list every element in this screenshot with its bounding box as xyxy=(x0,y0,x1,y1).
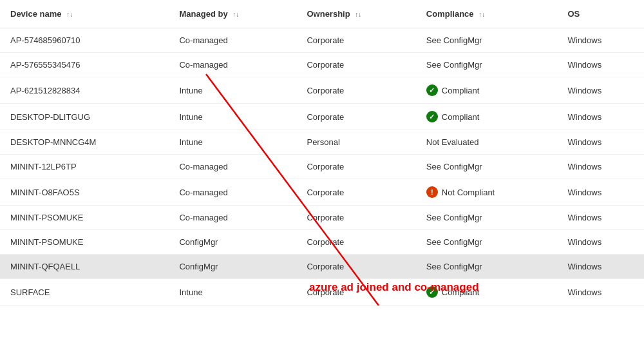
cell-ownership: Personal xyxy=(296,130,415,155)
device-list-container: Device name ↑↓ Managed by ↑↓ Ownership ↑… xyxy=(0,0,644,306)
cell-managed-by: Co-managed xyxy=(169,53,296,77)
cell-compliance: See ConfigMgr xyxy=(416,53,558,77)
cell-ownership: Corporate xyxy=(296,53,415,77)
cell-managed-by: Co-managed xyxy=(169,206,296,230)
table-row[interactable]: MININT-PSOMUKECo-managedCorporateSee Con… xyxy=(0,206,644,230)
col-header-compliance[interactable]: Compliance ↑↓ xyxy=(416,0,558,28)
cell-os: Windows xyxy=(557,155,644,179)
cell-ownership: Corporate xyxy=(296,155,415,179)
cell-managed-by: ConfigMgr xyxy=(169,230,296,255)
cell-device-name: AP-621512828834 xyxy=(0,77,169,104)
table-row[interactable]: MININT-O8FAO5SCo-managedCorporate!Not Co… xyxy=(0,179,644,206)
cell-device-name: MININT-PSOMUKE xyxy=(0,206,169,230)
cell-os: Windows xyxy=(557,130,644,155)
cell-ownership: Corporate xyxy=(296,206,415,230)
cell-compliance: ✓Compliant xyxy=(416,279,558,306)
cell-managed-by: Intune xyxy=(169,279,296,306)
cell-os: Windows xyxy=(557,279,644,306)
compliance-label: Compliant xyxy=(442,287,480,297)
col-header-device-name[interactable]: Device name ↑↓ xyxy=(0,0,169,28)
cell-managed-by: Co-managed xyxy=(169,155,296,179)
table-row[interactable]: SURFACEIntuneCorporate✓CompliantWindows xyxy=(0,279,644,306)
cell-compliance: See ConfigMgr xyxy=(416,230,558,255)
cell-compliance: ✓Compliant xyxy=(416,77,558,104)
cell-os: Windows xyxy=(557,230,644,255)
cell-managed-by: ConfigMgr xyxy=(169,255,296,279)
sort-icon-ownership: ↑↓ xyxy=(355,11,361,18)
cell-compliance: See ConfigMgr xyxy=(416,206,558,230)
cell-ownership: Corporate xyxy=(296,28,415,53)
table-row[interactable]: AP-576555345476Co-managedCorporateSee Co… xyxy=(0,53,644,77)
compliance-label: Compliant xyxy=(442,112,480,122)
col-header-os: OS xyxy=(557,0,644,28)
cell-os: Windows xyxy=(557,53,644,77)
cell-compliance: !Not Compliant xyxy=(416,179,558,206)
cell-managed-by: Intune xyxy=(169,130,296,155)
cell-device-name: MININT-12LP6TP xyxy=(0,155,169,179)
device-table: Device name ↑↓ Managed by ↑↓ Ownership ↑… xyxy=(0,0,644,306)
cell-device-name: MININT-QFQAELL xyxy=(0,255,169,279)
compliant-icon: ✓ xyxy=(426,111,438,122)
table-row[interactable]: AP-574685960710Co-managedCorporateSee Co… xyxy=(0,28,644,53)
cell-os: Windows xyxy=(557,77,644,104)
cell-ownership: Corporate xyxy=(296,179,415,206)
cell-os: Windows xyxy=(557,104,644,130)
table-row[interactable]: DESKTOP-MNNCG4MIntunePersonalNot Evaluat… xyxy=(0,130,644,155)
table-row[interactable]: MININT-QFQAELLConfigMgrCorporateSee Conf… xyxy=(0,255,644,279)
col-header-managed-by[interactable]: Managed by ↑↓ xyxy=(169,0,296,28)
sort-icon-compliance: ↑↓ xyxy=(478,11,485,18)
cell-device-name: AP-576555345476 xyxy=(0,53,169,77)
cell-managed-by: Intune xyxy=(169,104,296,130)
cell-os: Windows xyxy=(557,28,644,53)
cell-ownership: Corporate xyxy=(296,77,415,104)
cell-device-name: MININT-O8FAO5S xyxy=(0,179,169,206)
cell-device-name: DESKTOP-MNNCG4M xyxy=(0,130,169,155)
cell-compliance: See ConfigMgr xyxy=(416,255,558,279)
cell-device-name: MININT-PSOMUKE xyxy=(0,230,169,255)
cell-compliance: Not Evaluated xyxy=(416,130,558,155)
table-row[interactable]: DESKTOP-DLITGUGIntuneCorporate✓Compliant… xyxy=(0,104,644,130)
not-compliant-icon: ! xyxy=(426,186,438,198)
cell-device-name: DESKTOP-DLITGUG xyxy=(0,104,169,130)
cell-os: Windows xyxy=(557,179,644,206)
table-row[interactable]: MININT-PSOMUKEConfigMgrCorporateSee Conf… xyxy=(0,230,644,255)
cell-os: Windows xyxy=(557,255,644,279)
table-row[interactable]: AP-621512828834IntuneCorporate✓Compliant… xyxy=(0,77,644,104)
cell-compliance: See ConfigMgr xyxy=(416,28,558,53)
cell-compliance: See ConfigMgr xyxy=(416,155,558,179)
table-header-row: Device name ↑↓ Managed by ↑↓ Ownership ↑… xyxy=(0,0,644,28)
cell-managed-by: Co-managed xyxy=(169,179,296,206)
compliance-label: Not Compliant xyxy=(442,188,495,197)
table-row[interactable]: MININT-12LP6TPCo-managedCorporateSee Con… xyxy=(0,155,644,179)
cell-managed-by: Intune xyxy=(169,77,296,104)
sort-icon-device-name: ↑↓ xyxy=(66,11,73,18)
cell-os: Windows xyxy=(557,206,644,230)
cell-ownership: Corporate xyxy=(296,279,415,306)
cell-device-name: AP-574685960710 xyxy=(0,28,169,53)
col-header-ownership[interactable]: Ownership ↑↓ xyxy=(296,0,415,28)
cell-managed-by: Co-managed xyxy=(169,28,296,53)
compliance-label: Compliant xyxy=(442,86,480,95)
cell-ownership: Corporate xyxy=(296,230,415,255)
cell-compliance: ✓Compliant xyxy=(416,104,558,130)
sort-icon-managed-by: ↑↓ xyxy=(232,11,239,18)
cell-device-name: SURFACE xyxy=(0,279,169,306)
cell-ownership: Corporate xyxy=(296,104,415,130)
compliant-icon: ✓ xyxy=(426,84,438,96)
compliant-icon: ✓ xyxy=(426,286,438,298)
cell-ownership: Corporate xyxy=(296,255,415,279)
